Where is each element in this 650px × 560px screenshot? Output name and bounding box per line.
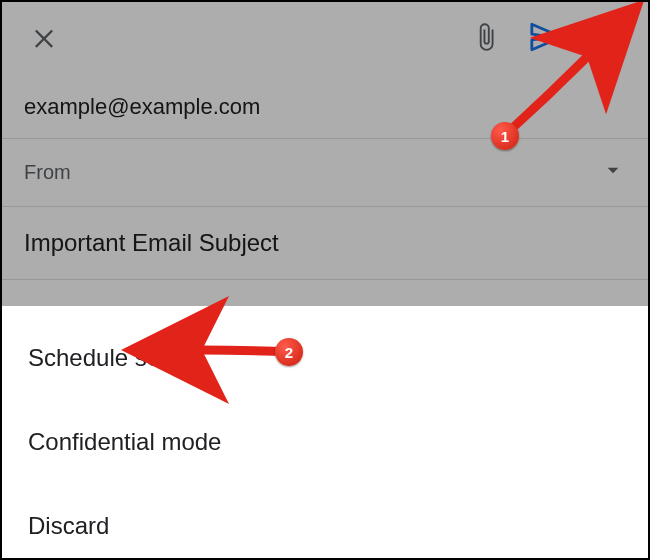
app-frame: example@example.com From Important Email… [0, 0, 650, 560]
badge-number: 1 [501, 128, 509, 145]
annotation-badge-1: 1 [491, 122, 519, 150]
overflow-menu: Schedule send Confidential mode Discard [2, 306, 648, 558]
menu-item-schedule-send[interactable]: Schedule send [2, 316, 648, 400]
menu-item-discard[interactable]: Discard [2, 484, 648, 560]
badge-number: 2 [285, 344, 293, 361]
menu-item-confidential-mode[interactable]: Confidential mode [2, 400, 648, 484]
menu-item-label: Discard [28, 512, 109, 539]
menu-item-label: Confidential mode [28, 428, 221, 455]
annotation-badge-2: 2 [275, 338, 303, 366]
menu-item-label: Schedule send [28, 344, 187, 371]
